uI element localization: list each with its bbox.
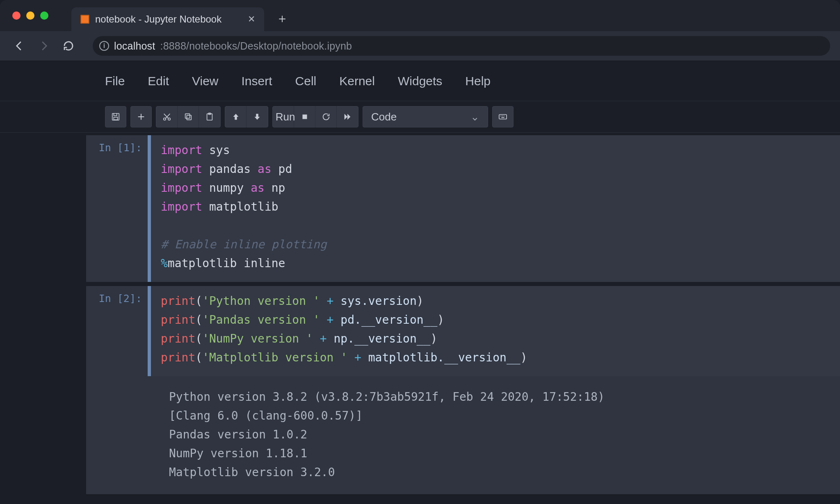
browser-chrome: notebook - Jupyter Notebook ✕ ＋ i localh…: [0, 0, 840, 61]
svg-point-3: [168, 118, 170, 120]
tab-close-button[interactable]: ✕: [248, 14, 255, 25]
interrupt-button[interactable]: [294, 106, 315, 127]
menu-cell[interactable]: Cell: [295, 74, 317, 88]
nav-reload-button[interactable]: [59, 36, 78, 55]
notebook-menubar: File Edit View Insert Cell Kernel Widget…: [0, 61, 840, 101]
notebook-cells: In [1]: import sysimport pandas as pdimp…: [0, 135, 840, 494]
command-palette-button[interactable]: [492, 106, 514, 127]
menu-kernel[interactable]: Kernel: [339, 74, 375, 88]
window-maximize-button[interactable]: [40, 11, 48, 20]
cell-gutter: [148, 135, 151, 282]
url-host: localhost: [114, 40, 155, 52]
run-button[interactable]: Run: [273, 106, 294, 127]
url-input[interactable]: i localhost:8888/notebooks/Desktop/noteb…: [93, 36, 830, 56]
window-close-button[interactable]: [12, 11, 21, 20]
cut-button[interactable]: [156, 106, 178, 127]
insert-cell-button[interactable]: [130, 106, 152, 127]
clipboard-group: [156, 106, 221, 127]
site-info-icon[interactable]: i: [99, 41, 109, 51]
code-cell[interactable]: In [1]: import sysimport pandas as pdimp…: [86, 135, 840, 282]
copy-button[interactable]: [178, 106, 199, 127]
code-cell[interactable]: In [2]: print('Python version ' + sys.ve…: [86, 286, 840, 494]
svg-rect-5: [185, 114, 189, 118]
run-group: Run: [272, 106, 358, 127]
menu-help[interactable]: Help: [465, 74, 491, 88]
address-bar: i localhost:8888/notebooks/Desktop/noteb…: [0, 31, 840, 61]
cell-gutter: [148, 286, 151, 376]
move-up-button[interactable]: [225, 106, 247, 127]
move-group: [225, 106, 268, 127]
svg-rect-9: [499, 115, 507, 119]
tab-strip: notebook - Jupyter Notebook ✕ ＋: [0, 0, 840, 31]
favicon-icon: [80, 15, 89, 24]
svg-rect-0: [112, 114, 119, 120]
menu-insert[interactable]: Insert: [242, 74, 272, 88]
menu-edit[interactable]: Edit: [148, 74, 169, 88]
svg-rect-4: [187, 115, 191, 120]
new-tab-button[interactable]: ＋: [273, 9, 291, 27]
restart-button[interactable]: [315, 106, 337, 127]
save-button[interactable]: [105, 106, 126, 127]
svg-point-2: [163, 118, 166, 120]
move-down-button[interactable]: [247, 106, 268, 127]
tab-title: notebook - Jupyter Notebook: [95, 14, 221, 25]
run-button-label: Run: [276, 111, 295, 123]
window-minimize-button[interactable]: [26, 11, 34, 20]
nav-back-button[interactable]: [10, 36, 29, 55]
browser-tab[interactable]: notebook - Jupyter Notebook ✕: [71, 7, 264, 31]
svg-rect-1: [114, 117, 117, 120]
input-prompt: In [1]:: [86, 135, 148, 154]
notebook-container: File Edit View Insert Cell Kernel Widget…: [0, 61, 840, 494]
code-input-area[interactable]: import sysimport pandas as pdimport nump…: [151, 135, 840, 282]
url-path: :8888/notebooks/Desktop/notebook.ipynb: [160, 40, 352, 52]
window-controls: [12, 11, 48, 20]
nav-forward-button[interactable]: [34, 36, 53, 55]
restart-run-all-button[interactable]: [337, 106, 358, 127]
notebook-toolbar: Run Code ⌄: [0, 101, 840, 133]
menu-file[interactable]: File: [105, 74, 125, 88]
cell-type-select[interactable]: Code ⌄: [363, 106, 488, 127]
input-prompt: In [2]:: [86, 286, 148, 304]
menu-widgets[interactable]: Widgets: [398, 74, 442, 88]
cell-type-value: Code: [371, 111, 397, 123]
output-area: Python version 3.8.2 (v3.8.2:7b3ab5921f,…: [151, 376, 840, 494]
menu-view[interactable]: View: [192, 74, 218, 88]
chevron-down-icon: ⌄: [470, 111, 479, 123]
paste-button[interactable]: [199, 106, 220, 127]
code-input-area[interactable]: print('Python version ' + sys.version)pr…: [151, 286, 840, 376]
svg-rect-8: [302, 115, 307, 119]
